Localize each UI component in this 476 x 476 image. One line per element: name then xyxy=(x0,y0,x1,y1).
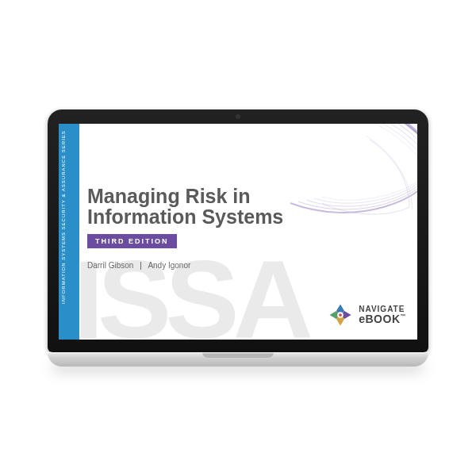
svg-point-1 xyxy=(339,313,342,317)
author-2: Andy Igonor xyxy=(148,261,190,270)
ebook-label: eBOOK xyxy=(359,313,400,325)
author-1: Darril Gibson xyxy=(87,261,133,270)
title-line-1: Managing Risk in xyxy=(87,185,251,207)
trademark-symbol: ™ xyxy=(401,313,407,319)
navigate-line2: eBOOK™ xyxy=(359,313,406,324)
laptop-mockup: INFORMATION SYSTEMS SECURITY & ASSURANCE… xyxy=(48,109,428,367)
webcam-dot xyxy=(236,114,240,119)
authors: Darril Gibson Andy Igonor xyxy=(87,261,408,270)
navigate-ebook-badge: NAVIGATE eBOOK™ xyxy=(327,301,406,328)
edition-badge: THIRD EDITION xyxy=(87,234,177,248)
cover-front: ISSA Managi xyxy=(79,124,417,340)
cover-text-block: Managing Risk in Information Systems THI… xyxy=(87,138,408,270)
laptop-base xyxy=(48,352,428,367)
book-title: Managing Risk in Information Systems xyxy=(87,186,408,228)
author-separator xyxy=(140,262,141,270)
series-label: INFORMATION SYSTEMS SECURITY & ASSURANCE… xyxy=(61,130,66,328)
title-line-2: Information Systems xyxy=(87,205,283,228)
navigate-text: NAVIGATE eBOOK™ xyxy=(359,305,406,324)
ebook-cover: INFORMATION SYSTEMS SECURITY & ASSURANCE… xyxy=(59,124,417,340)
laptop-screen-bezel: INFORMATION SYSTEMS SECURITY & ASSURANCE… xyxy=(48,109,428,352)
navigate-logo-icon xyxy=(327,301,354,328)
